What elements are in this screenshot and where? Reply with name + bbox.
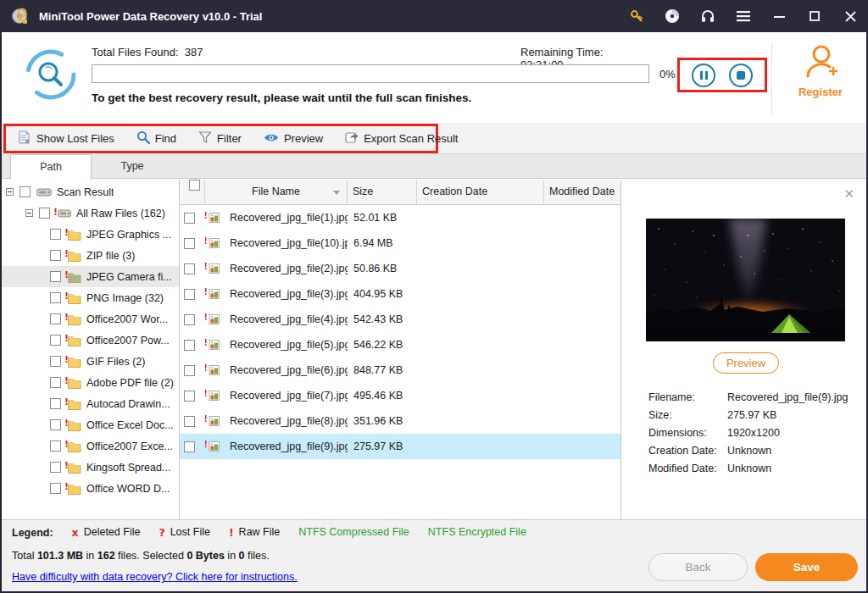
headset-icon[interactable] <box>700 8 715 24</box>
column-header-modified-date[interactable]: Modified Date <box>544 180 620 205</box>
file-row[interactable]: !Recovered_jpg_file(6).jpg848.77 KB <box>180 357 620 383</box>
file-row[interactable]: !Recovered_jpg_file(5).jpg546.22 KB <box>180 332 620 357</box>
column-header-size[interactable]: Size <box>348 180 417 205</box>
checkbox[interactable] <box>184 289 195 300</box>
file-list-panel: File Name Size Creation Date Modified Da… <box>180 180 620 519</box>
preview-image <box>646 219 845 341</box>
file-name: Recovered_jpg_file(4).jpg <box>230 313 348 325</box>
key-icon[interactable] <box>629 8 644 24</box>
tree-item[interactable]: !Office2007 Pow... <box>2 330 179 351</box>
pause-scan-button[interactable] <box>692 64 715 87</box>
tree-item[interactable]: !JPEG Camera fi... <box>2 266 179 287</box>
back-button[interactable]: Back <box>648 553 748 581</box>
close-preview-icon[interactable]: ✕ <box>843 186 854 202</box>
detail-row: Filename:Recovered_jpg_file(9).jpg <box>648 388 848 406</box>
window-title: MiniTool Power Data Recovery v10.0 - Tri… <box>39 10 262 23</box>
file-size: 6.94 MB <box>348 237 417 249</box>
register-button[interactable]: Register <box>783 42 858 98</box>
checkbox[interactable] <box>50 356 61 367</box>
file-row[interactable]: !Recovered_jpg_file(4).jpg542.43 KB <box>180 307 620 332</box>
find-button[interactable]: Find <box>136 130 176 147</box>
checkbox[interactable] <box>50 441 61 452</box>
checkbox[interactable] <box>184 340 195 351</box>
checkbox[interactable] <box>50 313 61 324</box>
file-row[interactable]: !Recovered_jpg_file(7).jpg495.46 KB <box>180 383 620 408</box>
export-scan-result-button[interactable]: Export Scan Result <box>345 130 458 147</box>
column-header-creation-date[interactable]: Creation Date <box>417 180 544 205</box>
raw-folder-icon: ! <box>67 483 81 495</box>
save-button[interactable]: Save <box>755 553 858 581</box>
tree-item[interactable]: !Office WORD D... <box>2 478 179 499</box>
checkbox[interactable] <box>50 250 61 261</box>
checkbox[interactable] <box>50 335 61 346</box>
collapse-icon[interactable] <box>6 188 14 196</box>
file-row[interactable]: !Recovered_jpg_file(3).jpg404.95 KB <box>180 281 620 307</box>
preview-button[interactable]: Preview <box>713 352 779 374</box>
tree-item[interactable]: !Office2007 Exce... <box>2 435 179 457</box>
tree-item[interactable]: !GIF Files (2) <box>2 351 179 372</box>
checkbox[interactable] <box>184 263 195 274</box>
file-row[interactable]: !Recovered_jpg_file(8).jpg351.96 KB <box>180 408 620 434</box>
preview-toolbar-button[interactable]: Preview <box>264 132 323 146</box>
file-name: Recovered_jpg_file(6).jpg <box>230 364 348 376</box>
menu-icon[interactable] <box>736 8 751 24</box>
legend-item: NTFS Encrypted File <box>428 526 526 539</box>
checkbox[interactable] <box>50 229 61 240</box>
jpg-file-icon: ! <box>206 364 220 376</box>
tab-type[interactable]: Type <box>92 154 173 179</box>
checkbox[interactable] <box>39 208 50 219</box>
checkbox[interactable] <box>19 186 31 197</box>
tree-item[interactable]: !ZIP file (3) <box>2 245 179 266</box>
checkbox[interactable] <box>50 292 61 303</box>
file-row[interactable]: !Recovered_jpg_file(2).jpg50.86 KB <box>180 256 620 281</box>
raw-folder-icon: ! <box>67 335 81 346</box>
filter-button[interactable]: Filter <box>198 130 242 147</box>
tree-item[interactable]: !Office Excel Doc... <box>2 414 179 435</box>
tree-item[interactable]: !Adobe PDF file (2) <box>2 372 179 393</box>
file-row[interactable]: !Recovered_jpg_file(10).jpg6.94 MB <box>180 230 620 256</box>
checkbox[interactable] <box>50 271 61 282</box>
app-window: MiniTool Power Data Recovery v10.0 - Tri… <box>0 0 868 593</box>
preview-panel: ✕ <box>620 180 866 519</box>
checkbox[interactable] <box>184 314 195 325</box>
bottom-bar: Legend: xDeleted File?Lost File!Raw File… <box>2 519 866 591</box>
checkbox[interactable] <box>50 419 61 430</box>
tree-item[interactable]: !Autocad Drawin... <box>2 393 179 414</box>
checkbox[interactable] <box>50 377 61 388</box>
raw-folder-icon: ! <box>67 313 81 325</box>
checkbox[interactable] <box>184 391 195 402</box>
maximize-icon[interactable] <box>807 8 822 24</box>
minimize-icon[interactable] <box>771 8 787 24</box>
checkbox[interactable] <box>184 441 195 452</box>
checkbox[interactable] <box>184 213 195 224</box>
tree-item[interactable]: !Office2007 Wor... <box>2 308 179 330</box>
file-size: 52.01 KB <box>348 212 417 224</box>
help-link[interactable]: Have difficulty with data recovery? Clic… <box>12 571 298 583</box>
checkbox[interactable] <box>184 365 195 376</box>
checkbox[interactable] <box>184 238 195 249</box>
file-name: Recovered_jpg_file(1).jpg <box>230 212 348 224</box>
tree-item[interactable]: !PNG Image (32) <box>2 287 179 308</box>
show-lost-files-button[interactable]: Show Lost Files <box>18 130 114 147</box>
lost-files-icon <box>18 130 31 147</box>
checkbox[interactable] <box>50 462 61 473</box>
checkbox[interactable] <box>50 483 61 494</box>
raw-folder-icon: ! <box>67 229 81 241</box>
tree-item-all-raw-files[interactable]: ! All Raw Files (162) <box>2 202 179 224</box>
stop-scan-button[interactable] <box>729 64 753 87</box>
column-header-file-name[interactable]: File Name <box>205 180 348 205</box>
tree-item-scan-result[interactable]: Scan Result <box>2 181 179 202</box>
select-all-checkbox[interactable] <box>189 180 200 191</box>
tab-path[interactable]: Path <box>10 154 92 180</box>
checkbox[interactable] <box>50 398 61 409</box>
checkbox[interactable] <box>184 416 195 427</box>
jpg-file-icon: ! <box>206 237 220 249</box>
close-icon[interactable] <box>843 8 858 24</box>
disc-icon[interactable] <box>665 8 680 24</box>
file-row[interactable]: !Recovered_jpg_file(9).jpg275.97 KB <box>180 434 620 459</box>
collapse-icon[interactable] <box>25 209 33 217</box>
tree-item[interactable]: !JPEG Graphics ... <box>2 224 179 245</box>
tree-item[interactable]: !Kingsoft Spread... <box>2 457 179 478</box>
export-icon <box>345 130 359 147</box>
file-row[interactable]: !Recovered_jpg_file(1).jpg52.01 KB <box>180 205 620 230</box>
